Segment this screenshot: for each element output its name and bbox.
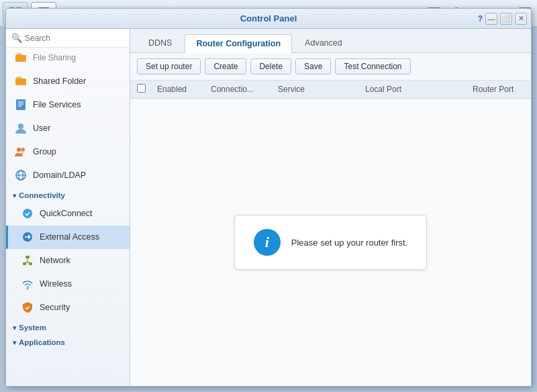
sidebar-item-group-label: Group xyxy=(33,147,56,156)
svg-rect-28 xyxy=(26,256,30,258)
sidebar-item-security[interactable]: Security xyxy=(6,296,130,320)
info-icon: i xyxy=(254,229,281,256)
create-button[interactable]: Create xyxy=(205,58,246,75)
tab-ddns[interactable]: DDNS xyxy=(137,34,183,52)
sidebar-item-user-label: User xyxy=(33,124,50,133)
sidebar-search-icon: 🔍 xyxy=(11,33,22,43)
tab-router-configuration[interactable]: Router Configuration xyxy=(185,34,292,53)
wireless-icon xyxy=(21,277,34,291)
test-connection-button[interactable]: Test Connection xyxy=(335,58,410,75)
user-nav-icon xyxy=(14,121,28,135)
tabs-bar: DDNS Router Configuration Advanced xyxy=(130,29,531,53)
close-button[interactable]: ✕ xyxy=(515,13,527,25)
toolbar: Set up router Create Delete Save Test Co… xyxy=(130,53,531,81)
window-title: Control Panel xyxy=(240,13,297,23)
sidebar-item-quickconnect[interactable]: QuickConnect xyxy=(6,202,130,226)
applications-chevron: ▾ xyxy=(13,339,16,346)
svg-rect-30 xyxy=(29,262,32,265)
search-input[interactable] xyxy=(25,34,124,43)
col-routerport-header: Router Port xyxy=(473,85,531,94)
sidebar-item-external-access[interactable]: External Access xyxy=(6,226,130,249)
sidebar-item-quickconnect-label: QuickConnect xyxy=(40,209,93,218)
setup-router-button[interactable]: Set up router xyxy=(137,58,201,75)
save-button[interactable]: Save xyxy=(295,58,331,75)
shared-folder-icon xyxy=(14,75,28,88)
sidebar-section-system-label: System xyxy=(19,324,46,332)
sidebar-item-security-label: Security xyxy=(40,303,70,312)
sidebar-item-network[interactable]: Network xyxy=(6,249,130,273)
table-header: Enabled Connectio... Service Local Port … xyxy=(130,81,531,99)
sidebar-item-file-services-label: File Services xyxy=(33,100,81,109)
svg-point-26 xyxy=(23,209,32,218)
sidebar-item-file-services[interactable]: File Services xyxy=(6,93,130,117)
svg-point-22 xyxy=(21,148,25,152)
svg-point-34 xyxy=(27,288,28,289)
connectivity-chevron: ▾ xyxy=(13,192,16,199)
help-button[interactable]: ? xyxy=(478,14,483,23)
system-chevron: ▾ xyxy=(13,324,16,332)
window-body: 🔍 File Sharing Shared Folder xyxy=(6,29,531,386)
tab-advanced[interactable]: Advanced xyxy=(293,34,354,52)
col-enabled-header: Enabled xyxy=(157,85,211,94)
group-icon xyxy=(14,145,28,158)
svg-point-20 xyxy=(18,124,23,129)
sidebar-item-wireless[interactable]: Wireless xyxy=(6,273,130,296)
col-checkbox[interactable] xyxy=(137,84,157,95)
window-titlebar: Control Panel ? — ⬜ ✕ xyxy=(6,9,531,29)
col-localport-header: Local Port xyxy=(365,85,473,94)
file-services-icon xyxy=(14,98,28,111)
col-connection-header: Connectio... xyxy=(211,85,278,94)
col-service-header: Service xyxy=(278,85,365,94)
info-container: i Please set up your router first. xyxy=(130,99,531,386)
delete-button[interactable]: Delete xyxy=(250,58,291,75)
info-box: i Please set up your router first. xyxy=(234,215,427,270)
security-icon xyxy=(21,301,34,314)
minimize-button[interactable]: — xyxy=(485,13,497,25)
domain-icon xyxy=(14,168,28,182)
sidebar-section-applications[interactable]: ▾ Applications xyxy=(6,334,130,349)
svg-rect-14 xyxy=(15,55,26,62)
external-access-icon xyxy=(21,230,34,244)
window-controls: ? — ⬜ ✕ xyxy=(478,13,527,25)
sidebar-item-network-label: Network xyxy=(40,256,70,265)
info-message: Please set up your router first. xyxy=(291,238,407,248)
sidebar-item-file-sharing[interactable]: File Sharing xyxy=(6,48,130,70)
sidebar-search-area: 🔍 xyxy=(6,29,130,48)
sidebar-section-applications-label: Applications xyxy=(19,338,65,346)
sidebar-item-shared-folder[interactable]: Shared Folder xyxy=(6,70,130,93)
quickconnect-icon xyxy=(21,207,34,220)
svg-rect-15 xyxy=(15,79,26,85)
content-area: DDNS Router Configuration Advanced Set u… xyxy=(130,29,531,386)
sidebar-section-connectivity-label: Connectivity xyxy=(19,191,65,199)
sidebar-item-domain-ldap-label: Domain/LDAP xyxy=(33,170,86,180)
network-icon xyxy=(21,254,34,267)
sidebar-item-group[interactable]: Group xyxy=(6,140,130,164)
maximize-button[interactable]: ⬜ xyxy=(500,13,512,25)
sidebar: 🔍 File Sharing Shared Folder xyxy=(6,29,130,386)
control-panel-window: Control Panel ? — ⬜ ✕ 🔍 File Sharing xyxy=(5,8,532,387)
select-all-checkbox[interactable] xyxy=(137,84,146,93)
sidebar-item-file-sharing-label: File Sharing xyxy=(33,53,76,62)
svg-rect-16 xyxy=(16,99,26,110)
sidebar-section-system[interactable]: ▾ System xyxy=(6,320,130,334)
sidebar-section-connectivity[interactable]: ▾ Connectivity xyxy=(6,187,130,202)
file-sharing-icon xyxy=(14,51,28,64)
sidebar-item-user[interactable]: User xyxy=(6,117,130,140)
sidebar-item-external-access-label: External Access xyxy=(40,232,99,242)
sidebar-item-shared-folder-label: Shared Folder xyxy=(33,77,86,86)
svg-rect-29 xyxy=(23,262,26,265)
svg-point-21 xyxy=(17,148,21,152)
sidebar-item-wireless-label: Wireless xyxy=(40,279,72,289)
sidebar-item-domain-ldap[interactable]: Domain/LDAP xyxy=(6,164,130,187)
